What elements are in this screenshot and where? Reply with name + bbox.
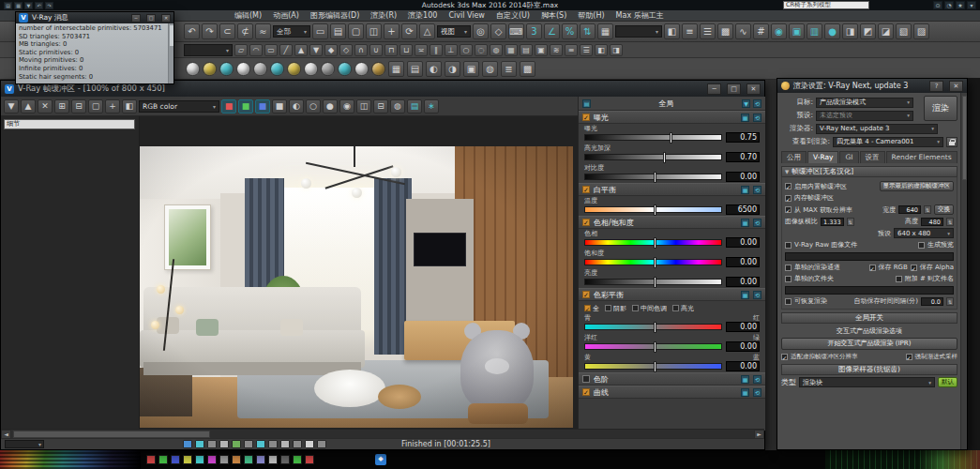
track-mouse-icon[interactable]: +	[105, 99, 120, 113]
section-enable-checkbox[interactable]: ✓	[582, 291, 590, 298]
slider-handle[interactable]	[654, 172, 656, 183]
height-field[interactable]: 480	[921, 218, 943, 226]
toolbar-sphere-icon[interactable]	[219, 62, 234, 76]
tab-Render Elements[interactable]: Render Elements	[886, 151, 957, 163]
section-global-icon[interactable]: ▦	[741, 219, 749, 227]
extras-tool-icon[interactable]: ▦	[388, 61, 404, 77]
load-image-icon[interactable]: ▲	[21, 99, 36, 113]
duplicate-to-history-icon[interactable]: ⊞	[54, 99, 69, 113]
redo-quick-icon[interactable]: ↷	[45, 2, 53, 9]
workspace-icon-3[interactable]: ◪	[878, 23, 894, 39]
mode-checkbox[interactable]	[672, 305, 679, 311]
green-channel-icon[interactable]: ■	[238, 99, 253, 113]
ribbon-tool-icon[interactable]: ▦	[505, 44, 518, 56]
material-editor-icon[interactable]: ◉	[771, 23, 787, 39]
undo-quick-icon[interactable]: ↶	[35, 2, 43, 9]
raw-file-path-field[interactable]	[785, 252, 954, 261]
mode-option[interactable]: ✓全	[584, 304, 599, 313]
select-by-name-icon[interactable]: ▤	[330, 23, 346, 39]
slider-track[interactable]	[584, 324, 722, 330]
vray-raw-file-checkbox[interactable]	[785, 242, 792, 249]
menu-item[interactable]: Max 乐福工主	[611, 10, 670, 21]
ribbon-toggle-icon[interactable]: ▩	[717, 23, 733, 39]
slider-track[interactable]	[584, 206, 722, 213]
save-file-icon[interactable]: ▼	[24, 2, 33, 9]
search-icon[interactable]: ⊙	[933, 1, 942, 9]
select-and-rotate-icon[interactable]: ⟳	[401, 23, 417, 39]
ribbon-tool-icon[interactable]: ⊥	[445, 44, 458, 56]
ribbon-tool-icon[interactable]: ▭	[264, 44, 278, 56]
select-object-icon[interactable]: ▭	[312, 23, 328, 39]
undo-icon[interactable]: ↶	[184, 23, 200, 39]
schematic-view-icon[interactable]: #	[753, 23, 769, 39]
separate-folder-checkbox[interactable]	[785, 276, 792, 282]
mode-option[interactable]: 高光	[672, 304, 694, 313]
scrollbar-thumb[interactable]	[13, 431, 210, 438]
ribbon-tool-icon[interactable]: ◌	[475, 44, 488, 56]
extras-tool-icon[interactable]: ▩	[520, 61, 535, 77]
generate-preview-checkbox[interactable]	[918, 242, 925, 249]
ribbon-tool-icon[interactable]: ▼	[309, 44, 323, 56]
slider-handle[interactable]	[654, 204, 656, 216]
reference-coordinate-dropdown[interactable]: 视图▾	[437, 25, 471, 38]
section-global-icon[interactable]: ▦	[741, 388, 749, 397]
strip-icon[interactable]	[232, 455, 241, 464]
minimize-icon[interactable]: ─	[131, 14, 141, 23]
close-icon[interactable]: ✕	[161, 14, 171, 23]
toolbar-sphere-icon[interactable]	[321, 62, 335, 76]
width-field[interactable]: 640	[898, 205, 921, 214]
strip-icon[interactable]	[256, 455, 265, 464]
curve-editor-icon[interactable]: ∿	[735, 23, 751, 39]
slider-handle[interactable]	[654, 277, 656, 288]
rollout-framebuffer-header[interactable]: ▼ 帧缓冲区[无名汉化]	[781, 166, 957, 177]
status-icon[interactable]	[232, 440, 241, 448]
maximize-icon[interactable]: □	[727, 83, 741, 95]
slider-handle[interactable]	[654, 341, 656, 353]
extras-tool-icon[interactable]: ◍	[482, 61, 498, 77]
toolbar-sphere-icon[interactable]	[186, 62, 200, 76]
status-icon[interactable]	[244, 440, 253, 448]
layer-dropdown[interactable]: ▾	[184, 44, 233, 56]
strip-icon[interactable]	[305, 455, 314, 464]
strip-icon[interactable]	[195, 455, 204, 464]
ribbon-tool-icon[interactable]: ◧	[595, 44, 608, 56]
mode-option[interactable]: 阴影	[605, 304, 626, 313]
strip-icon[interactable]	[293, 455, 302, 464]
workspace-icon-2[interactable]: ◩	[860, 23, 876, 39]
menu-item[interactable]: Civil View	[443, 11, 490, 20]
view-to-render-dropdown[interactable]: 四元菜单 4 - Camera001 ▾	[833, 137, 943, 147]
history-filter-input[interactable]: 细节	[4, 119, 135, 129]
render-button[interactable]: 渲染	[924, 96, 957, 121]
correction-section-header[interactable]: ✓色相/饱和度▦⟲	[579, 216, 765, 229]
fit-vfb-resolution-checkbox[interactable]: ✓	[781, 354, 788, 360]
redo-icon[interactable]: ↷	[202, 23, 218, 39]
swap-button[interactable]: 交换	[934, 204, 954, 215]
memory-framebuffer-checkbox[interactable]: ✓	[785, 195, 792, 202]
slider-track[interactable]	[584, 363, 722, 370]
ribbon-tool-icon[interactable]: ◆	[324, 44, 338, 56]
history-panel-icon[interactable]: ◧	[122, 99, 137, 113]
append-frame-number-checkbox[interactable]	[896, 276, 902, 282]
slider-value-field[interactable]: 6500	[726, 204, 760, 215]
slider-track[interactable]	[584, 259, 722, 265]
status-icon[interactable]	[195, 440, 204, 448]
spinner-icon[interactable]: ⇅	[946, 218, 954, 226]
pixel-info-icon[interactable]: ◉	[339, 99, 354, 113]
status-icon[interactable]	[207, 440, 217, 448]
status-dropdown[interactable]: ▾	[5, 440, 44, 448]
status-icon[interactable]	[317, 440, 326, 448]
status-icon[interactable]	[256, 440, 265, 448]
section-enable-checkbox[interactable]: ✓	[582, 388, 590, 396]
strip-icon[interactable]	[244, 455, 253, 464]
search-input[interactable]	[783, 1, 869, 9]
slider-value-field[interactable]: 0.00	[726, 361, 760, 371]
extras-tool-icon[interactable]: ◐	[426, 61, 442, 77]
render-setup-scrollbar[interactable]	[960, 93, 967, 449]
layer-manager-icon[interactable]: ☰	[700, 23, 716, 39]
select-and-move-icon[interactable]: +	[384, 23, 400, 39]
vfb-canvas[interactable]	[140, 116, 578, 431]
toolbar-sphere-icon[interactable]	[304, 62, 318, 76]
mode-checkbox[interactable]	[632, 305, 639, 311]
mode-checkbox[interactable]: ✓	[584, 305, 591, 311]
section-global-icon[interactable]: ▦	[741, 291, 749, 299]
